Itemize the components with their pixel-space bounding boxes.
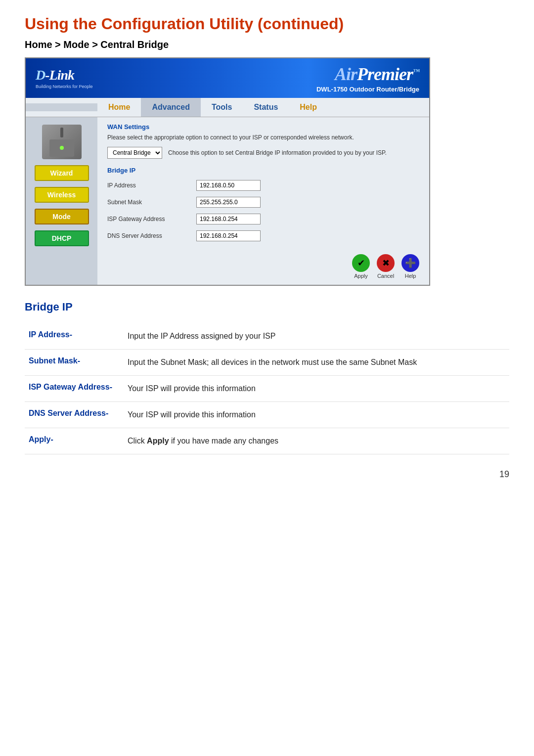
page-number: 19 xyxy=(25,469,509,480)
device-body xyxy=(49,139,74,157)
desc-term-subnet: Subnet Mask- xyxy=(25,349,124,375)
desc-term-apply: Apply- xyxy=(25,428,124,454)
dlink-logo: D-Link Building Networks for People xyxy=(36,67,93,89)
wan-settings-title: WAN Settings xyxy=(107,123,419,131)
bridge-ip-below-title: Bridge IP xyxy=(25,301,509,313)
cancel-btn-group: ✖ Cancel xyxy=(377,254,395,279)
help-btn-group: ➕ Help xyxy=(401,254,419,279)
desc-def-gateway: Your ISP will provide this information xyxy=(124,375,509,401)
product-name: AirPremier™ xyxy=(316,64,419,85)
dns-server-input[interactable] xyxy=(196,230,261,241)
router-header: D-Link Building Networks for People AirP… xyxy=(26,58,429,98)
subnet-mask-row: Subnet Mask xyxy=(107,197,419,208)
dns-server-label: DNS Server Address xyxy=(107,232,196,239)
device-antenna xyxy=(60,128,63,137)
sidebar-wireless-button[interactable]: Wireless xyxy=(35,187,89,203)
desc-def-apply: Click Apply if you have made any changes xyxy=(124,428,509,454)
device-led xyxy=(60,146,64,150)
brand-name: D-Link xyxy=(36,67,93,83)
product-model: DWL-1750 Outdoor Router/Bridge xyxy=(316,86,419,93)
router-ui-frame: D-Link Building Networks for People AirP… xyxy=(25,57,430,286)
apply-btn-group: ✔ Apply xyxy=(352,254,370,279)
table-row: Apply- Click Apply if you have made any … xyxy=(25,428,509,454)
desc-def-dns: Your ISP will provide this information xyxy=(124,401,509,428)
table-row: DNS Server Address- Your ISP will provid… xyxy=(25,401,509,428)
help-label: Help xyxy=(405,273,416,279)
ip-address-input[interactable] xyxy=(196,180,261,191)
nav-left-spacer xyxy=(26,103,97,111)
nav-status[interactable]: Status xyxy=(243,98,289,117)
ip-address-row: IP Address xyxy=(107,180,419,191)
table-row: Subnet Mask- Input the Subnet Mask; all … xyxy=(25,349,509,375)
apply-button[interactable]: ✔ xyxy=(352,254,370,272)
table-row: ISP Gateway Address- Your ISP will provi… xyxy=(25,375,509,401)
cancel-button[interactable]: ✖ xyxy=(377,254,395,272)
page-title: Using the Configuration Utility (continu… xyxy=(25,15,509,33)
bridge-ip-section-title: Bridge IP xyxy=(107,167,419,174)
table-row: IP Address- Input the IP Address assigne… xyxy=(25,323,509,350)
brand-tagline: Building Networks for People xyxy=(36,84,93,89)
router-actions: ✔ Apply ✖ Cancel ➕ Help xyxy=(107,249,419,279)
sidebar-dhcp-button[interactable]: DHCP xyxy=(35,230,89,246)
nav-advanced[interactable]: Advanced xyxy=(141,98,200,117)
sidebar-wizard-button[interactable]: Wizard xyxy=(35,165,89,181)
router-sidebar: Wizard Wireless Mode DHCP xyxy=(26,117,97,285)
isp-gateway-label: ISP Gateway Address xyxy=(107,216,196,222)
desc-term-dns: DNS Server Address- xyxy=(25,401,124,428)
airpremier-logo: AirPremier™ DWL-1750 Outdoor Router/Brid… xyxy=(316,64,419,93)
cancel-label: Cancel xyxy=(377,273,394,279)
desc-def-subnet: Input the Subnet Mask; all devices in th… xyxy=(124,349,509,375)
desc-term-ip: IP Address- xyxy=(25,323,124,350)
device-image xyxy=(42,125,82,159)
isp-gateway-row: ISP Gateway Address xyxy=(107,214,419,224)
sidebar-mode-button[interactable]: Mode xyxy=(35,209,89,224)
router-nav: Home Advanced Tools Status Help xyxy=(26,98,429,117)
wan-description: Please select the appropriate option to … xyxy=(107,133,419,142)
router-body: Wizard Wireless Mode DHCP WAN Settings P… xyxy=(26,117,429,285)
apply-label: Apply xyxy=(354,273,368,279)
nav-home[interactable]: Home xyxy=(97,98,141,117)
ip-address-label: IP Address xyxy=(107,182,196,189)
subnet-mask-input[interactable] xyxy=(196,197,261,208)
help-button[interactable]: ➕ xyxy=(401,254,419,272)
router-main-content: WAN Settings Please select the appropria… xyxy=(97,117,429,285)
wan-mode-description: Choose this option to set Central Bridge… xyxy=(168,149,419,156)
dns-server-row: DNS Server Address xyxy=(107,230,419,241)
wan-mode-select[interactable]: Central Bridge xyxy=(107,147,162,159)
subnet-mask-label: Subnet Mask xyxy=(107,199,196,206)
desc-def-ip: Input the IP Address assigned by your IS… xyxy=(124,323,509,350)
nav-help[interactable]: Help xyxy=(289,98,328,117)
isp-gateway-input[interactable] xyxy=(196,214,261,224)
description-table: IP Address- Input the IP Address assigne… xyxy=(25,323,509,454)
breadcrumb: Home > Mode > Central Bridge xyxy=(25,39,509,50)
wan-select-row: Central Bridge Choose this option to set… xyxy=(107,147,419,159)
desc-term-gateway: ISP Gateway Address- xyxy=(25,375,124,401)
nav-tools[interactable]: Tools xyxy=(201,98,243,117)
